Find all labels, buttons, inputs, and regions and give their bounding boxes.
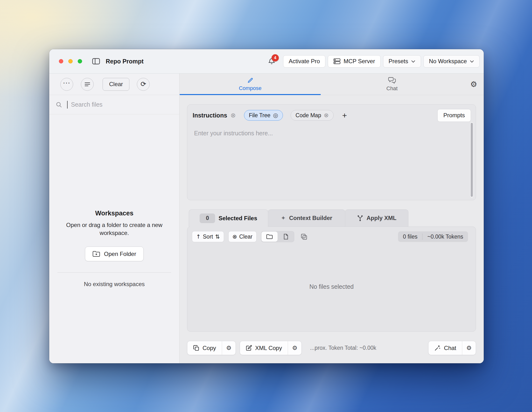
scope-target-icon[interactable]: ◎ (273, 112, 278, 118)
document-icon (283, 233, 288, 240)
app-window: Repo Prompt 4 Activate Pro MCP Server Pr… (49, 49, 484, 363)
chat-split-button: Chat ⚙ (428, 341, 476, 355)
titlebar-actions: 4 Activate Pro MCP Server Presets No Wor… (268, 55, 480, 68)
remove-code-map-icon[interactable]: ⊗ (324, 112, 329, 118)
clear-label: Clear (239, 233, 253, 240)
active-tab-indicator (180, 94, 321, 95)
sidebar-clear-button[interactable]: Clear (103, 78, 129, 91)
copy-icon (193, 345, 200, 351)
xml-copy-split-button: XML Copy ⚙ (240, 341, 302, 355)
xml-copy-label: XML Copy (255, 345, 282, 351)
chevron-down-icon (470, 60, 474, 63)
expand-panes-button[interactable] (301, 233, 307, 240)
list-lines-icon (85, 82, 90, 86)
workspace-dropdown[interactable]: No Workspace (423, 55, 480, 68)
tab-chat-label: Chat (386, 85, 398, 92)
merge-branch-icon (357, 215, 363, 221)
copy-settings-button[interactable]: ⚙ (222, 341, 236, 355)
wand-sparkle-icon (434, 345, 441, 351)
tab-chat[interactable]: Chat (321, 73, 463, 95)
mcp-server-button[interactable]: MCP Server (328, 55, 380, 68)
token-count-label: ~0.00k Tokens (422, 233, 468, 240)
selected-files-label: Selected Files (218, 215, 257, 222)
prompts-button[interactable]: Prompts (437, 109, 471, 122)
file-tree-pill[interactable]: File Tree ◎ (244, 110, 283, 121)
xml-copy-button[interactable]: XML Copy (240, 341, 288, 355)
activate-pro-button[interactable]: Activate Pro (283, 55, 325, 68)
main-tab-bar: Compose Chat ⚙ (180, 73, 484, 95)
folder-view-segment[interactable] (261, 232, 278, 242)
sort-button[interactable]: ↑ Sort ⇅ (192, 231, 224, 242)
main-panel: Compose Chat ⚙ Instructions ⊗ File (180, 73, 484, 363)
xml-copy-settings-button[interactable]: ⚙ (288, 341, 302, 355)
refresh-button[interactable]: ⟳ (137, 78, 150, 91)
instructions-header: Instructions ⊗ File Tree ◎ Code Map ⊗ + … (187, 105, 476, 122)
divider (57, 272, 171, 273)
apply-xml-label: Apply XML (367, 215, 397, 221)
toggle-sidebar-button[interactable] (92, 58, 100, 64)
sidebar-toolbar: ··· Clear ⟳ (49, 73, 179, 95)
view-mode-segmented-control (261, 231, 294, 242)
file-count-label: 0 files (398, 233, 422, 240)
copy-button[interactable]: Copy (187, 341, 222, 355)
sidebar: ··· Clear ⟳ Search files (49, 73, 180, 363)
files-tab-bar: 0 Selected Files ✦ Context Builder Apply… (189, 209, 476, 227)
zoom-window-button[interactable] (78, 59, 82, 64)
search-icon (56, 101, 62, 108)
workspaces-title: Workspaces (49, 210, 179, 217)
more-options-button[interactable]: ··· (60, 78, 73, 91)
up-arrow-icon: ↑ (196, 233, 200, 240)
selected-count-badge: 0 (200, 213, 215, 223)
app-title: Repo Prompt (106, 58, 144, 65)
settings-gear-button[interactable]: ⚙ (470, 80, 477, 88)
filter-list-button[interactable] (81, 78, 94, 91)
file-tree-label: File Tree (249, 112, 270, 119)
token-total-label: ...prox. Token Total: ~0.00k (310, 345, 376, 351)
folder-icon (266, 234, 273, 239)
scrollbar-thumb[interactable] (471, 123, 473, 197)
tab-compose[interactable]: Compose (180, 73, 321, 95)
minimize-window-button[interactable] (68, 59, 73, 64)
tab-selected-files[interactable]: 0 Selected Files (189, 209, 268, 227)
no-files-message: No files selected (187, 283, 476, 290)
window-controls (59, 59, 82, 64)
code-map-label: Code Map (295, 112, 321, 119)
chat-button[interactable]: Chat (428, 341, 462, 355)
sparkle-icon: ✦ (281, 215, 286, 221)
presets-dropdown[interactable]: Presets (383, 55, 421, 68)
x-circle-icon: ⊗ (232, 233, 237, 240)
sidebar-toggle-icon (92, 58, 100, 64)
chevron-down-icon (411, 60, 415, 63)
scrollbar[interactable] (470, 122, 473, 198)
add-context-button[interactable]: + (342, 111, 347, 119)
instructions-textarea[interactable]: Enter your instructions here... (187, 122, 476, 145)
dismiss-instructions-icon[interactable]: ⊗ (230, 112, 236, 119)
text-cursor (67, 101, 67, 109)
search-placeholder: Search files (71, 101, 103, 108)
open-folder-label: Open Folder (104, 251, 136, 257)
chat-settings-button[interactable]: ⚙ (462, 341, 476, 355)
open-folder-button[interactable]: Open Folder (85, 247, 144, 261)
tab-context-builder[interactable]: ✦ Context Builder (268, 209, 345, 227)
chat-label: Chat (444, 345, 456, 351)
copy-label: Copy (202, 345, 216, 351)
folder-plus-icon (93, 251, 100, 257)
tab-apply-xml[interactable]: Apply XML (345, 209, 408, 227)
search-input[interactable]: Search files (49, 95, 179, 114)
ellipsis-icon: ··· (63, 80, 70, 86)
sort-chevrons-icon: ⇅ (215, 233, 220, 240)
clear-selection-button[interactable]: ⊗ Clear (228, 231, 256, 242)
code-map-pill[interactable]: Code Map ⊗ (291, 110, 333, 121)
file-view-segment[interactable] (278, 231, 294, 242)
chat-bubbles-icon (388, 77, 396, 84)
files-toolbar: ↑ Sort ⇅ ⊗ Clear (192, 231, 468, 242)
titlebar: Repo Prompt 4 Activate Pro MCP Server Pr… (49, 49, 484, 73)
selection-stats: 0 files ~0.00k Tokens (398, 231, 468, 242)
no-workspaces-label: No existing workspaces (49, 281, 179, 288)
notifications-button[interactable]: 4 (268, 58, 276, 65)
activate-pro-label: Activate Pro (289, 58, 320, 65)
workspaces-hint: Open or drag a folder to create a new wo… (64, 221, 165, 237)
close-window-button[interactable] (59, 59, 63, 64)
instructions-panel: Instructions ⊗ File Tree ◎ Code Map ⊗ + … (187, 104, 476, 200)
notification-badge: 4 (272, 54, 279, 62)
